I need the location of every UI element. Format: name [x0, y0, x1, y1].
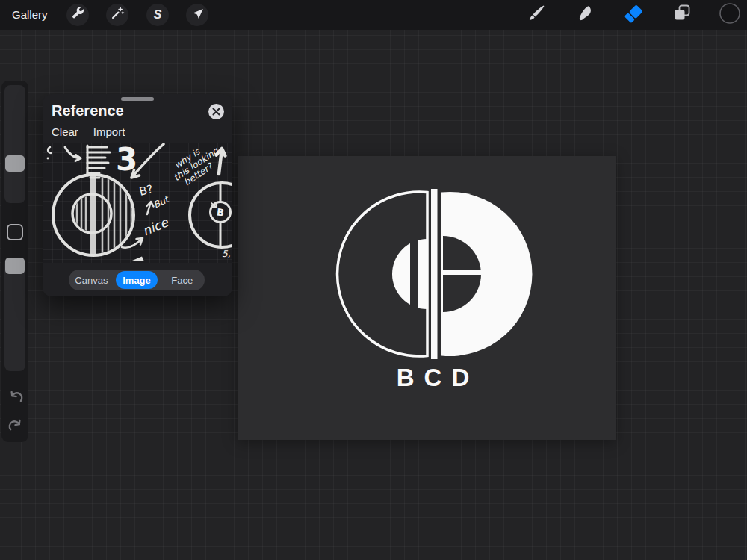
magic-wand-icon	[109, 5, 125, 25]
sketch-b-question: B?	[138, 182, 155, 199]
layers-icon	[671, 2, 693, 28]
brush-opacity-handle[interactable]	[5, 258, 25, 274]
eraser-icon	[622, 2, 645, 28]
sketch-but-text: But	[152, 193, 172, 211]
undo-button[interactable]	[7, 388, 25, 405]
import-button[interactable]: Import	[93, 125, 125, 138]
actions-button[interactable]	[66, 4, 89, 26]
redo-button[interactable]	[7, 416, 25, 434]
eraser-tool-button[interactable]	[622, 4, 645, 26]
panel-actions: Clear Import	[52, 125, 125, 138]
smudge-icon	[574, 2, 596, 28]
sketch-main-circle	[53, 174, 134, 256]
gallery-button[interactable]: Gallery	[12, 0, 48, 30]
logo-left-stripe	[410, 232, 418, 316]
reference-panel: Reference Clear Import	[43, 94, 232, 296]
transform-arrow-icon	[189, 5, 205, 25]
brush-size-handle[interactable]	[5, 155, 25, 172]
sketch-right-circle	[190, 183, 232, 247]
wrench-icon	[69, 5, 86, 25]
tab-canvas[interactable]: Canvas	[70, 271, 113, 289]
redo-arrow-icon	[7, 423, 25, 436]
selection-button[interactable]: S	[146, 4, 169, 26]
smudge-tool-button[interactable]	[574, 4, 596, 26]
sketch-nice-text: nice	[140, 214, 172, 239]
reference-image[interactable]: 3 why is this looking better? B? But nic…	[43, 143, 232, 263]
undo-arrow-icon	[7, 395, 25, 408]
close-button[interactable]	[208, 104, 224, 119]
brush-icon	[525, 2, 548, 28]
reference-sketch: 3 why is this looking better? B? But nic…	[43, 143, 232, 263]
layers-button[interactable]	[671, 4, 693, 26]
transform-button[interactable]	[186, 4, 208, 26]
reference-source-tabs: Canvas Image Face	[69, 270, 205, 290]
sketch-curl	[48, 147, 51, 153]
sketch-e-coil	[87, 146, 110, 178]
canvas[interactable]: BCD	[238, 156, 616, 440]
brush-tool-button[interactable]	[525, 4, 548, 26]
tab-image[interactable]: Image	[116, 271, 158, 289]
panel-title: Reference	[52, 102, 124, 119]
logo-right-divider	[441, 270, 483, 275]
panel-drag-handle[interactable]	[121, 97, 154, 101]
close-icon	[212, 105, 220, 119]
selection-s-icon: S	[154, 8, 162, 22]
sketch-wedge	[132, 257, 144, 261]
logo-artwork: BCD	[238, 156, 616, 440]
procreate-app: Gallery S	[0, 0, 747, 560]
top-toolbar: Gallery S	[0, 0, 747, 30]
sketch-number: 3	[116, 143, 137, 178]
sketch-five: 5,	[222, 249, 231, 259]
color-circle-icon	[719, 2, 741, 28]
sketch-b-label: B	[216, 206, 225, 218]
brush-opacity-slider[interactable]	[4, 258, 25, 371]
adjustments-button[interactable]	[106, 4, 128, 26]
brush-size-slider[interactable]	[4, 85, 25, 203]
clear-button[interactable]: Clear	[52, 125, 78, 138]
logo-wordmark: BCD	[397, 364, 480, 391]
left-sidebar	[1, 81, 28, 442]
tab-face[interactable]: Face	[161, 271, 203, 289]
modify-button[interactable]	[7, 224, 23, 240]
sketch-curve-arrow	[65, 147, 81, 161]
color-button[interactable]	[719, 4, 741, 26]
logo-center-bar	[431, 189, 438, 359]
